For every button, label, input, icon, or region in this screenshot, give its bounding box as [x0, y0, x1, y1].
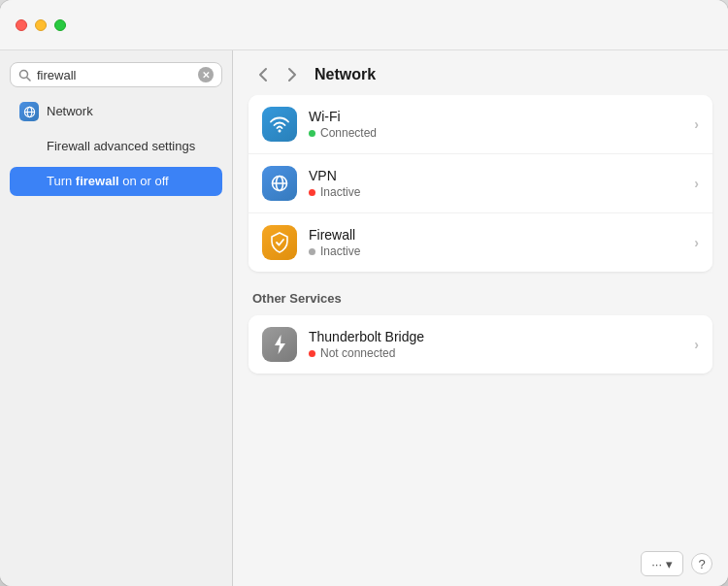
- network-icon: [19, 102, 39, 121]
- svg-line-1: [27, 77, 30, 80]
- other-services-label: Other Services: [248, 291, 712, 313]
- help-label: ?: [698, 557, 705, 571]
- vpn-icon: [262, 166, 297, 201]
- firewall-status: Inactive: [309, 244, 682, 258]
- services-container: Wi-Fi Connected ›: [233, 95, 728, 541]
- service-item-thunderbolt[interactable]: Thunderbolt Bridge Not connected ›: [248, 315, 712, 374]
- more-button[interactable]: ··· ▾: [641, 551, 683, 576]
- wifi-name: Wi-Fi: [309, 109, 682, 124]
- wifi-info: Wi-Fi Connected: [309, 109, 682, 140]
- forward-button[interactable]: [281, 64, 303, 85]
- sidebar-item-turn-firewall[interactable]: Turn firewall on or off: [10, 167, 222, 196]
- traffic-lights: [16, 19, 66, 31]
- chevron-down-icon: ▾: [666, 557, 673, 571]
- firewall-status-dot: [309, 248, 315, 255]
- no-icon-2: [19, 172, 39, 191]
- sidebar-item-turn-firewall-label: Turn firewall on or off: [47, 174, 169, 190]
- close-button[interactable]: [16, 19, 27, 31]
- minimize-button[interactable]: [35, 19, 47, 31]
- vpn-status-dot: [309, 189, 315, 196]
- wifi-icon: [262, 107, 297, 142]
- wifi-status-dot: [309, 130, 315, 137]
- help-button[interactable]: ?: [691, 553, 712, 574]
- thunderbolt-name: Thunderbolt Bridge: [309, 329, 682, 344]
- wifi-status-text: Connected: [320, 126, 377, 140]
- search-input[interactable]: firewall: [37, 68, 192, 82]
- thunderbolt-status-text: Not connected: [320, 346, 395, 360]
- firewall-status-text: Inactive: [320, 244, 360, 258]
- sidebar-item-firewall-advanced-label: Firewall advanced settings: [47, 139, 195, 155]
- title-bar: [0, 0, 728, 50]
- service-item-wifi[interactable]: Wi-Fi Connected ›: [248, 95, 712, 154]
- sidebar: firewall ✕ Network: [0, 50, 233, 586]
- firewall-chevron: ›: [694, 235, 699, 250]
- thunderbolt-info: Thunderbolt Bridge Not connected: [309, 329, 682, 360]
- vpn-chevron: ›: [694, 176, 699, 191]
- main-content: firewall ✕ Network: [0, 50, 728, 586]
- service-item-firewall[interactable]: Firewall Inactive ›: [248, 213, 712, 272]
- search-bar[interactable]: firewall ✕: [10, 62, 222, 87]
- vpn-status-text: Inactive: [320, 185, 360, 199]
- firewall-info: Firewall Inactive: [309, 227, 682, 258]
- service-item-vpn[interactable]: VPN Inactive ›: [248, 154, 712, 213]
- thunderbolt-chevron: ›: [694, 337, 699, 352]
- sidebar-item-firewall-advanced[interactable]: Firewall advanced settings: [10, 132, 222, 161]
- firewall-icon: [262, 225, 297, 260]
- panel-header: Network: [233, 50, 728, 95]
- bottom-bar: ··· ▾ ?: [233, 541, 728, 586]
- main-window: firewall ✕ Network: [0, 0, 728, 586]
- sidebar-item-network-label: Network: [47, 104, 93, 120]
- back-button[interactable]: [252, 64, 274, 85]
- thunderbolt-icon: [262, 327, 297, 362]
- more-icon: ···: [651, 557, 662, 571]
- panel-title: Network: [314, 66, 376, 83]
- right-panel: Network: [233, 50, 728, 586]
- vpn-name: VPN: [309, 168, 682, 183]
- search-clear-button[interactable]: ✕: [198, 67, 214, 82]
- sidebar-item-network[interactable]: Network: [10, 97, 222, 126]
- firewall-highlight: firewall: [76, 174, 119, 188]
- thunderbolt-status: Not connected: [309, 346, 682, 360]
- vpn-status: Inactive: [309, 185, 682, 199]
- wifi-status: Connected: [309, 126, 682, 140]
- wifi-chevron: ›: [694, 116, 699, 132]
- no-icon: [19, 137, 39, 156]
- other-services-list: Thunderbolt Bridge Not connected ›: [248, 315, 712, 374]
- firewall-name: Firewall: [309, 227, 682, 243]
- vpn-info: VPN Inactive: [309, 168, 682, 199]
- search-icon: [18, 69, 31, 81]
- thunderbolt-status-dot: [309, 350, 315, 357]
- maximize-button[interactable]: [54, 19, 66, 31]
- services-list: Wi-Fi Connected ›: [248, 95, 712, 272]
